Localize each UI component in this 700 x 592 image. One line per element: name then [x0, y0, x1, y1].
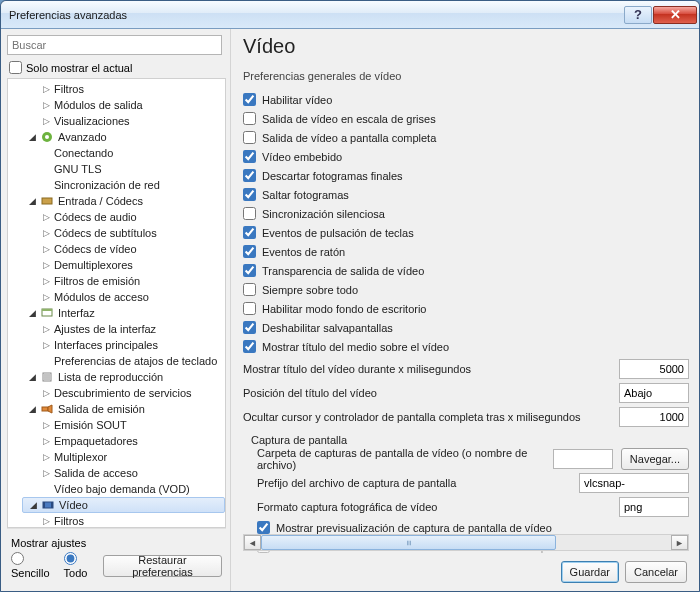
- page-title: Vídeo: [243, 35, 689, 58]
- tree-node-codecs-audio[interactable]: ▷Códecs de audio: [36, 209, 225, 225]
- tree-node-ajustes-interfaz[interactable]: ▷Ajustes de la interfaz: [36, 321, 225, 337]
- row-formato-captura: Formato captura fotográfica de vídeo: [257, 496, 689, 518]
- opt-eventos-raton[interactable]: Eventos de ratón: [243, 242, 689, 261]
- category-tree[interactable]: ▷Filtros ▷Módulos de salida ▷Visualizaci…: [7, 78, 226, 528]
- scroll-track[interactable]: [261, 535, 671, 550]
- video-icon: [41, 499, 55, 511]
- page-subtitle: Preferencias generales de vídeo: [243, 70, 689, 82]
- only-show-current-checkbox[interactable]: [9, 61, 22, 74]
- scroll-left-button[interactable]: ◄: [244, 535, 261, 550]
- tree-node-conectando[interactable]: Conectando: [36, 145, 225, 161]
- tree-node-codecs-video[interactable]: ▷Códecs de vídeo: [36, 241, 225, 257]
- svg-rect-4: [42, 309, 52, 311]
- radio-simple[interactable]: Sencillo: [11, 552, 58, 579]
- tree-node-salida-emision[interactable]: ◢Salida de emisión: [22, 401, 225, 417]
- row-prefijo-captura: Prefijo del archivo de captura de pantal…: [257, 472, 689, 494]
- tree-node-emision-sout[interactable]: ▷Emisión SOUT: [36, 417, 225, 433]
- tree-node-vod[interactable]: Vídeo bajo demanda (VOD): [36, 481, 225, 497]
- tree-node-visualizaciones[interactable]: ▷Visualizaciones: [36, 113, 225, 129]
- tree-node-multiplexor[interactable]: ▷Multiplexor: [36, 449, 225, 465]
- help-button[interactable]: ?: [624, 6, 652, 24]
- input-prefijo-captura[interactable]: [579, 473, 689, 493]
- search-input[interactable]: [7, 35, 222, 55]
- input-mostrar-titulo-ms[interactable]: [619, 359, 689, 379]
- reset-preferences-button[interactable]: Restaurar preferencias: [103, 555, 222, 577]
- scroll-thumb[interactable]: [261, 535, 556, 550]
- opt-habilitar-video[interactable]: Habilitar vídeo: [243, 90, 689, 109]
- tree-node-modulos-acceso[interactable]: ▷Módulos de acceso: [36, 289, 225, 305]
- opt-mostrar-titulo[interactable]: Mostrar título del medio sobre el vídeo: [243, 337, 689, 356]
- select-posicion-titulo[interactable]: [619, 383, 689, 403]
- save-button[interactable]: Guardar: [561, 561, 619, 583]
- subsection-captura: Captura de pantalla: [251, 434, 689, 446]
- tree-node-filtros[interactable]: ▷Filtros: [36, 81, 225, 97]
- main-panel: Vídeo Preferencias generales de vídeo Ha…: [231, 29, 699, 591]
- tree-node-codecs-subtitulos[interactable]: ▷Códecs de subtítulos: [36, 225, 225, 241]
- tree-node-lista-reprod[interactable]: ◢Lista de reproducción: [22, 369, 225, 385]
- tree-node-avanzado[interactable]: ◢Avanzado: [22, 129, 225, 145]
- interface-icon: [40, 307, 54, 319]
- opt-deshab-salvapant[interactable]: Deshabilitar salvapantallas: [243, 318, 689, 337]
- tree-node-interfaces-principales[interactable]: ▷Interfaces principales: [36, 337, 225, 353]
- opt-eventos-teclas[interactable]: Eventos de pulsación de teclas: [243, 223, 689, 242]
- opt-saltar-fotogramas[interactable]: Saltar fotogramas: [243, 185, 689, 204]
- radio-all[interactable]: Todo: [64, 552, 97, 579]
- row-mostrar-titulo-ms: Mostrar título del vídeo durante x milis…: [243, 358, 689, 380]
- close-button[interactable]: ✕: [653, 6, 697, 24]
- browse-button[interactable]: Navegar...: [621, 448, 689, 470]
- input-carpeta-capturas[interactable]: [553, 449, 613, 469]
- svg-point-1: [45, 135, 49, 139]
- tree-node-empaquetadores[interactable]: ▷Empaquetadores: [36, 433, 225, 449]
- opt-sinc-silenciosa[interactable]: Sincronización silenciosa: [243, 204, 689, 223]
- codec-icon: [40, 195, 54, 207]
- opt-transparencia[interactable]: Transparencia de salida de vídeo: [243, 261, 689, 280]
- horizontal-scrollbar[interactable]: ◄ ►: [243, 534, 689, 551]
- opt-fondo-escritorio[interactable]: Habilitar modo fondo de escritorio: [243, 299, 689, 318]
- playlist-icon: [40, 371, 54, 383]
- opt-descartar-finales[interactable]: Descartar fotogramas finales: [243, 166, 689, 185]
- preferences-window: Preferencias avanzadas ? ✕ Solo mostrar …: [0, 0, 700, 592]
- window-title: Preferencias avanzadas: [9, 9, 624, 21]
- row-posicion-titulo: Posición del título del vídeo: [243, 382, 689, 404]
- only-show-current[interactable]: Solo mostrar el actual: [9, 61, 226, 74]
- opt-siempre-sobre[interactable]: Siempre sobre todo: [243, 280, 689, 299]
- tree-node-video-filtros[interactable]: ▷Filtros: [36, 513, 225, 528]
- input-ocultar-cursor[interactable]: [619, 407, 689, 427]
- opt-escala-grises[interactable]: Salida de vídeo en escala de grises: [243, 109, 689, 128]
- tree-node-descubrimiento[interactable]: ▷Descubrimiento de servicios: [36, 385, 225, 401]
- select-formato-captura[interactable]: [619, 497, 689, 517]
- opt-pantalla-completa[interactable]: Salida de vídeo a pantalla completa: [243, 128, 689, 147]
- svg-rect-9: [42, 407, 48, 411]
- show-settings-label: Mostrar ajustes: [11, 537, 222, 549]
- svg-rect-2: [42, 198, 52, 204]
- tree-node-entrada-codecs[interactable]: ◢Entrada / Códecs: [22, 193, 225, 209]
- row-ocultar-cursor: Ocultar cursor y controlador de pantalla…: [243, 406, 689, 428]
- sidebar: Solo mostrar el actual ▷Filtros ▷Módulos…: [1, 29, 231, 591]
- opt-embebido[interactable]: Vídeo embebido: [243, 147, 689, 166]
- tree-node-pref-atajos[interactable]: Preferencias de atajos de teclado: [36, 353, 225, 369]
- tree-node-video[interactable]: ◢Vídeo: [22, 497, 225, 513]
- row-carpeta-capturas: Carpeta de capturas de pantalla de vídeo…: [257, 448, 689, 470]
- tree-node-interfaz[interactable]: ◢Interfaz: [22, 305, 225, 321]
- svg-rect-11: [43, 502, 45, 508]
- tree-node-sinc-red[interactable]: Sincronización de red: [36, 177, 225, 193]
- scroll-right-button[interactable]: ►: [671, 535, 688, 550]
- gear-icon: [40, 131, 54, 143]
- sout-icon: [40, 403, 54, 415]
- titlebar[interactable]: Preferencias avanzadas ? ✕: [1, 1, 699, 29]
- tree-node-modulos-salida[interactable]: ▷Módulos de salida: [36, 97, 225, 113]
- cancel-button[interactable]: Cancelar: [625, 561, 687, 583]
- tree-node-filtros-emision[interactable]: ▷Filtros de emisión: [36, 273, 225, 289]
- tree-node-demultiplexores[interactable]: ▷Demultiplexores: [36, 257, 225, 273]
- svg-rect-12: [51, 502, 53, 508]
- tree-node-gnu-tls[interactable]: GNU TLS: [36, 161, 225, 177]
- tree-node-salida-acceso[interactable]: ▷Salida de acceso: [36, 465, 225, 481]
